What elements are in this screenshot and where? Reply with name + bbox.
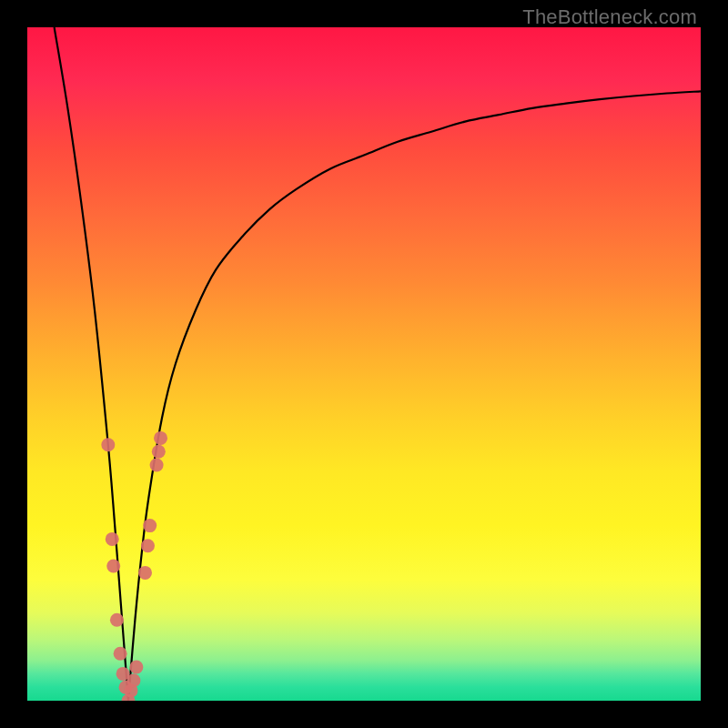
- data-point: [152, 445, 166, 459]
- data-point: [106, 560, 120, 573]
- data-points: [27, 27, 701, 701]
- data-point: [138, 566, 152, 580]
- data-point: [143, 519, 157, 532]
- data-point: [150, 459, 164, 472]
- data-point: [126, 673, 140, 687]
- data-point: [154, 431, 167, 445]
- plot-area: [27, 27, 701, 701]
- data-point: [129, 661, 143, 674]
- chart-frame: TheBottleneck.com: [0, 0, 728, 728]
- watermark-text: TheBottleneck.com: [522, 5, 697, 29]
- data-point: [101, 438, 115, 451]
- data-point: [106, 532, 119, 546]
- data-point: [114, 647, 127, 661]
- data-point: [110, 613, 124, 627]
- data-point: [141, 539, 155, 552]
